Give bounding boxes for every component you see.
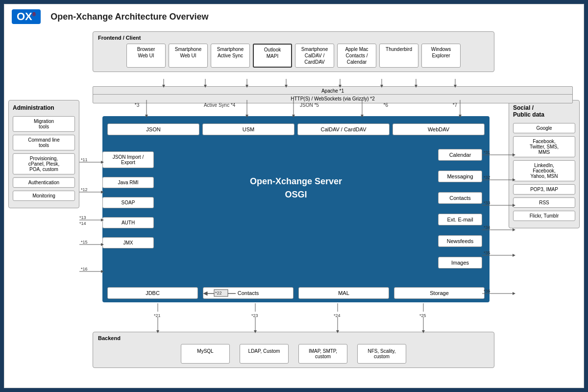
- svg-text:*13: *13: [79, 215, 86, 220]
- registered-mark: ®: [32, 12, 36, 17]
- right-services: Calendar Messaging Contacts Ext. E-mail …: [438, 149, 482, 269]
- svg-text:*23: *23: [251, 313, 258, 318]
- client-smartphone-web: SmartphoneWeb UI: [169, 44, 208, 68]
- client-browser: BrowserWeb UI: [126, 44, 166, 68]
- proto-num-7: *7: [453, 102, 457, 108]
- proto-caldav: CalDAV / CardDAV: [297, 123, 390, 135]
- connector-java-rmi: Java RMI: [102, 177, 154, 188]
- frontend-clients: BrowserWeb UI SmartphoneWeb UI Smartphon…: [98, 44, 489, 68]
- main-container: OX® Open-Xchange Architecture Overview A…: [4, 4, 584, 388]
- client-caldav: SmartphoneCalDAV /CardDAV: [295, 44, 334, 68]
- ox-logo: OX®: [12, 9, 41, 24]
- backend-label: Backend: [98, 335, 489, 341]
- proto-webdav: WebDAV: [392, 123, 485, 135]
- backend-nfs: NFS, Scality,custom: [357, 344, 406, 364]
- backend-mysql: MySQL: [181, 344, 230, 364]
- backend-imap: IMAP, SMTP,custom: [298, 344, 347, 364]
- proto-usm: USM: [202, 123, 294, 135]
- service-ext-email: Ext. E-mail: [438, 214, 482, 225]
- ox-logo-box: OX®: [12, 9, 41, 24]
- social-item-linkedin: LinkedIn,Facebook,Yahoo, MSN: [513, 160, 575, 181]
- service-contacts: Contacts: [438, 192, 482, 204]
- admin-item-provisioning: Provisioning,cPanel, Plesk,POA, custom: [13, 153, 75, 174]
- social-panel-title: Social /Public data: [513, 104, 575, 118]
- social-item-google: Google: [513, 123, 575, 133]
- svg-text:*21: *21: [154, 313, 161, 318]
- svg-text:*11: *11: [81, 157, 88, 162]
- left-connectors: JSON Import /Export Java RMI SOAP AUTH J…: [102, 151, 154, 248]
- social-item-rss: RSS: [513, 197, 575, 208]
- proto-num-6: *6: [384, 102, 388, 108]
- ox-server-box: Open-Xchange Server OSGI: [102, 116, 490, 302]
- proto-num-4: Active Sync *4: [204, 102, 235, 108]
- service-newsfeeds: Newsfeeds: [438, 235, 482, 247]
- backend-items: MySQL LDAP, Custom IMAP, SMTP,custom NFS…: [98, 344, 489, 364]
- svg-text:*14: *14: [79, 221, 86, 226]
- proto-json: JSON: [107, 123, 199, 135]
- bottom-storage: Storage: [394, 287, 485, 299]
- service-images: Images: [438, 257, 482, 269]
- client-thunderbird: Thunderbird: [379, 44, 418, 68]
- connector-auth: AUTH: [102, 217, 154, 228]
- client-outlook: OutlookMAPI: [253, 44, 292, 68]
- social-item-pop3: POP3, IMAP: [513, 184, 575, 195]
- bottom-jdbc: JDBC: [107, 287, 198, 299]
- bottom-mal: MAL: [298, 287, 389, 299]
- admin-item-authentication: Authentication: [13, 177, 75, 188]
- svg-text:*12: *12: [81, 187, 88, 192]
- social-panel: Social /Public data Google Facebook,Twit…: [509, 100, 580, 228]
- backend-box: Backend MySQL LDAP, Custom IMAP, SMTP,cu…: [93, 332, 494, 368]
- connector-jmx: JMX: [102, 237, 154, 248]
- social-item-flickr: Flickr, Tumblr: [513, 211, 575, 221]
- client-apple: Apple MacContacts /Calendar: [337, 44, 376, 68]
- header: OX® Open-Xchange Architecture Overview: [4, 4, 584, 26]
- proto-num-5: JSON *5: [300, 102, 319, 108]
- protocol-labels: *3 Active Sync *4 JSON *5 *6 *7: [102, 102, 490, 108]
- bottom-contacts: Contacts: [203, 287, 294, 299]
- backend-ldap: LDAP, Custom: [240, 344, 289, 364]
- admin-panel: Administration Migrationtools Command li…: [8, 100, 79, 208]
- protocol-row: JSON USM CalDAV / CardDAV WebDAV: [102, 123, 490, 135]
- frontend-box: Frontend / Client BrowserWeb UI Smartpho…: [93, 31, 494, 72]
- admin-panel-title: Administration: [13, 104, 75, 111]
- social-item-facebook: Facebook,Twitter, SMS,MMS: [513, 136, 575, 157]
- svg-text:*24: *24: [334, 313, 341, 318]
- admin-item-monitoring: Monitoring: [13, 191, 75, 201]
- admin-item-cmdline: Command linetools: [13, 135, 75, 150]
- proto-num-3: *3: [135, 102, 139, 108]
- svg-text:*16: *16: [81, 267, 88, 271]
- bottom-proto-row: JDBC Contacts MAL Storage: [102, 287, 490, 299]
- connector-soap: SOAP: [102, 197, 154, 208]
- svg-text:*25: *25: [419, 313, 426, 318]
- service-messaging: Messaging: [438, 171, 482, 182]
- service-calendar: Calendar: [438, 149, 482, 161]
- svg-text:*15: *15: [81, 240, 88, 245]
- connector-json-import: JSON Import /Export: [102, 151, 154, 168]
- admin-item-migration: Migrationtools: [13, 116, 75, 132]
- client-windows: WindowsExplorer: [421, 44, 461, 68]
- client-activesync: SmartphoneActive Sync: [211, 44, 250, 68]
- frontend-label: Frontend / Client: [98, 35, 489, 41]
- page-title: Open-Xchange Architecture Overview: [50, 12, 208, 22]
